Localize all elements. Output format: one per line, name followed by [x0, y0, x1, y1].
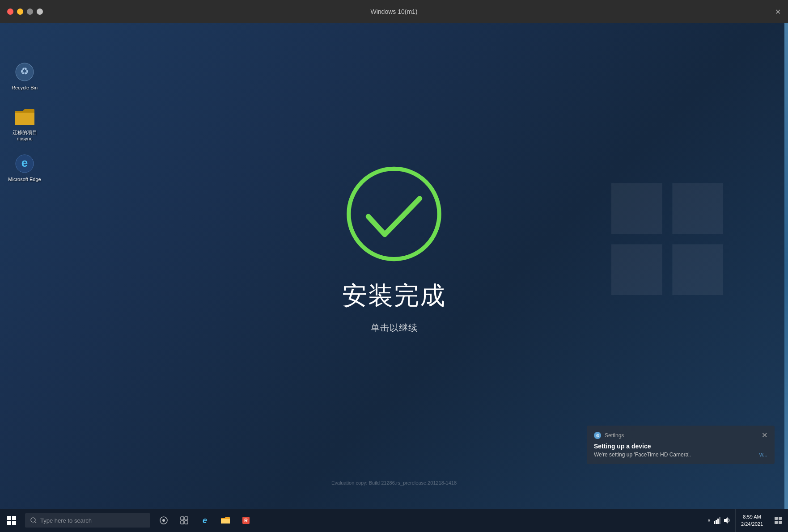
- svg-text:R: R: [244, 518, 248, 523]
- notification-header: ⚙ Settings ✕: [594, 432, 767, 439]
- taskbar-file-explorer[interactable]: [216, 511, 235, 530]
- mac-fullscreen-inactive-button[interactable]: [27, 8, 33, 15]
- svg-rect-1: [672, 183, 723, 234]
- taskbar-app-red[interactable]: R: [236, 511, 256, 530]
- svg-rect-32: [779, 521, 782, 524]
- svg-rect-19: [181, 521, 184, 524]
- svg-line-14: [35, 522, 36, 523]
- desktop-icon-edge[interactable]: e Microsoft Edge: [7, 153, 42, 182]
- notification-app-name: Settings: [605, 432, 624, 439]
- svg-point-13: [31, 518, 35, 522]
- svg-text:e: e: [21, 156, 28, 169]
- clock-time: 8:59 AM: [743, 513, 761, 521]
- svg-point-16: [162, 519, 165, 522]
- recycle-bin-icon: ♻: [14, 61, 35, 83]
- evaluation-watermark: Evaluation copy: Build 21286.rs_prerelea…: [0, 480, 788, 486]
- settings-icon: ⚙: [594, 432, 601, 439]
- svg-rect-9: [7, 516, 11, 520]
- notification-body: We're setting up 'FaceTime HD Camera'.: [594, 452, 767, 458]
- vm-container: ♻ Recycle Bin 迁移的项目 nosync e: [0, 23, 788, 532]
- svg-rect-3: [672, 244, 723, 295]
- network-icon[interactable]: [714, 517, 721, 524]
- search-placeholder: Type here to search: [40, 517, 92, 524]
- svg-rect-25: [716, 520, 717, 524]
- svg-rect-10: [12, 516, 16, 520]
- install-complete-overlay[interactable]: 安装完成 单击以继续: [342, 163, 446, 334]
- nosync-label: 迁移的项目 nosync: [13, 129, 37, 142]
- windows-taskbar: Type here to search: [0, 509, 788, 532]
- window-title: Windows 10(m1): [370, 8, 417, 15]
- notification-title: Setting up a device: [594, 443, 767, 450]
- svg-marker-28: [724, 517, 728, 524]
- taskbar-task-view[interactable]: [154, 511, 174, 530]
- right-gradient-bar: [784, 23, 788, 509]
- clock-date: 2/24/2021: [741, 520, 763, 528]
- desktop-icon-nosync[interactable]: 迁移的项目 nosync: [7, 106, 42, 142]
- svg-rect-0: [611, 183, 662, 234]
- taskbar-search[interactable]: Type here to search: [25, 513, 150, 528]
- desktop-icon-recycle-bin[interactable]: ♻ Recycle Bin: [7, 61, 42, 91]
- tray-icons: ∧: [703, 517, 735, 524]
- svg-rect-26: [717, 519, 719, 524]
- mac-fullscreen-button[interactable]: [37, 8, 43, 15]
- recycle-bin-label: Recycle Bin: [12, 84, 38, 91]
- search-icon: [30, 517, 37, 524]
- notification-center-button[interactable]: [768, 509, 788, 532]
- svg-rect-2: [611, 244, 662, 295]
- notification-close-button[interactable]: ✕: [762, 432, 767, 439]
- notification-popup: ⚙ Settings ✕ Setting up a device We're s…: [587, 426, 775, 464]
- svg-rect-30: [779, 517, 782, 520]
- checkmark-circle-icon: [343, 163, 445, 266]
- svg-rect-29: [775, 517, 778, 520]
- install-complete-title: 安装完成: [342, 279, 446, 313]
- svg-rect-31: [775, 521, 778, 524]
- window-close-right-button[interactable]: ✕: [775, 8, 781, 16]
- svg-rect-12: [12, 521, 16, 525]
- system-tray: ∧ 8:59 AM 2/24/2021: [703, 509, 788, 532]
- mac-close-button[interactable]: [7, 8, 13, 15]
- svg-rect-21: [221, 519, 230, 524]
- install-continue-text: 单击以继续: [371, 322, 418, 334]
- taskbar-widgets[interactable]: [174, 511, 194, 530]
- edge-browser-icon: e: [14, 153, 35, 174]
- windows-logo-watermark: [605, 183, 730, 295]
- svg-rect-18: [185, 517, 188, 520]
- volume-icon[interactable]: [724, 517, 731, 524]
- edge-label: Microsoft Edge: [8, 176, 41, 182]
- svg-point-8: [349, 169, 439, 259]
- mac-minimize-button[interactable]: [17, 8, 23, 15]
- mac-window-controls: [7, 8, 43, 15]
- svg-text:♻: ♻: [20, 66, 29, 77]
- svg-rect-17: [181, 517, 184, 520]
- svg-rect-11: [7, 521, 11, 525]
- nosync-folder-icon: [14, 106, 35, 127]
- svg-rect-24: [714, 521, 715, 524]
- system-clock[interactable]: 8:59 AM 2/24/2021: [735, 509, 768, 532]
- notification-title-row: ⚙ Settings: [594, 432, 624, 439]
- mac-titlebar: Windows 10(m1) ✕: [0, 0, 788, 23]
- start-button[interactable]: [0, 509, 23, 532]
- notification-action-link[interactable]: w...: [759, 452, 767, 458]
- svg-rect-27: [719, 517, 720, 524]
- windows-desktop[interactable]: ♻ Recycle Bin 迁移的项目 nosync e: [0, 23, 788, 509]
- taskbar-pinned-icons: e R: [154, 511, 256, 530]
- svg-rect-20: [185, 521, 188, 524]
- tray-hidden-icons[interactable]: ∧: [707, 517, 711, 524]
- taskbar-edge[interactable]: e: [195, 511, 215, 530]
